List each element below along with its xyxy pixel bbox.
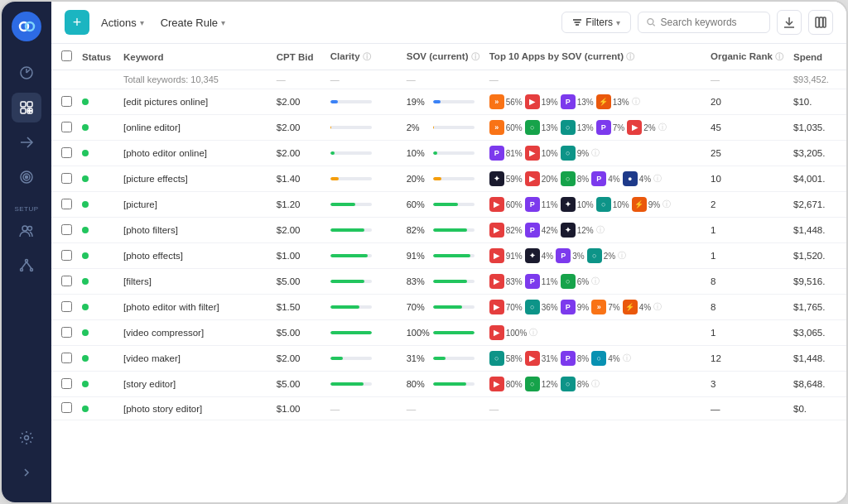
top10-apps-cell: ▶91%✦4%P3%○2%ⓘ bbox=[484, 243, 706, 269]
top10-info-icon[interactable]: ⓘ bbox=[653, 301, 662, 313]
sidebar-item-targeting[interactable] bbox=[12, 162, 41, 192]
row-checkbox[interactable] bbox=[61, 147, 72, 158]
row-checkbox[interactable] bbox=[61, 378, 72, 389]
top10-info-icon[interactable]: ⓘ bbox=[632, 96, 640, 108]
col-header-sov: SOV (current) ⓘ bbox=[402, 44, 484, 70]
app-chip: ▶60% bbox=[489, 197, 523, 212]
filters-label: Filters bbox=[585, 17, 613, 28]
app-chip: »7% bbox=[591, 300, 619, 314]
row-checkbox[interactable] bbox=[61, 402, 72, 413]
app-logo[interactable] bbox=[12, 12, 41, 41]
top10-info-icon[interactable]: ⓘ bbox=[618, 250, 626, 262]
columns-button[interactable] bbox=[808, 10, 833, 35]
organic-rank-cell: 45 bbox=[706, 115, 788, 141]
spend-cell: $4,001. bbox=[788, 166, 846, 192]
clarity-cell: — bbox=[325, 397, 402, 420]
app-icon: » bbox=[591, 300, 606, 314]
app-chip: ○10% bbox=[596, 197, 629, 212]
app-chip: ▶20% bbox=[525, 171, 558, 186]
app-icon: ▶ bbox=[489, 325, 504, 340]
row-checkbox[interactable] bbox=[61, 353, 72, 363]
status-dot bbox=[82, 175, 89, 182]
row-checkbox[interactable] bbox=[61, 301, 72, 312]
add-button[interactable]: + bbox=[65, 10, 89, 35]
row-checkbox[interactable] bbox=[61, 122, 72, 132]
sidebar-item-users[interactable] bbox=[12, 216, 41, 246]
app-chip: ▶82% bbox=[489, 223, 523, 238]
col-header-cpt: CPT Bid bbox=[272, 44, 325, 70]
app-chip: ⚡13% bbox=[596, 94, 629, 109]
col-header-clarity: Clarity ⓘ bbox=[325, 44, 402, 70]
status-dot bbox=[82, 381, 89, 387]
sov-cell: 19% bbox=[402, 89, 484, 115]
top10-info-icon[interactable]: ⓘ bbox=[653, 173, 662, 185]
app-chip: ●4% bbox=[623, 171, 651, 186]
top10-info-icon[interactable]: ⓘ bbox=[662, 199, 671, 210]
row-checkbox[interactable] bbox=[61, 327, 72, 338]
top10-apps-cell: ▶100%ⓘ bbox=[484, 320, 706, 346]
app-chip: ✦12% bbox=[561, 223, 594, 238]
sov-cell: 100% bbox=[402, 320, 484, 346]
organic-rank-cell: 10 bbox=[706, 166, 788, 192]
status-dot bbox=[82, 227, 89, 233]
row-checkbox[interactable] bbox=[61, 276, 72, 286]
app-chip: ▶2% bbox=[627, 120, 655, 135]
row-checkbox[interactable] bbox=[61, 250, 72, 261]
keywords-table-area[interactable]: Status Keyword CPT Bid Clarity ⓘ SOV (cu… bbox=[51, 44, 846, 502]
organic-rank-cell: 1 bbox=[706, 320, 788, 346]
status-dot bbox=[82, 252, 89, 259]
table-row: [photo effects]$1.0091%▶91%✦4%P3%○2%ⓘ1$1… bbox=[51, 243, 846, 269]
sov-cell: 82% bbox=[402, 218, 484, 243]
app-icon: ○ bbox=[561, 274, 576, 289]
spend-cell: $2,671. bbox=[788, 192, 846, 218]
top10-info-icon[interactable]: ⓘ bbox=[591, 276, 600, 287]
keyword-cell: [video compressor] bbox=[118, 320, 272, 346]
row-checkbox[interactable] bbox=[61, 199, 72, 209]
top10-info-icon[interactable]: ⓘ bbox=[529, 327, 537, 338]
sov-cell: 70% bbox=[402, 295, 484, 320]
sidebar-item-settings[interactable] bbox=[12, 423, 41, 453]
top10-info-icon[interactable]: ⓘ bbox=[591, 378, 600, 390]
keyword-cell: [photo editor with filter] bbox=[118, 295, 272, 320]
cpt-bid-cell: $1.00 bbox=[272, 243, 325, 269]
top10-apps-cell: »56%▶19%P13%⚡13%ⓘ bbox=[484, 89, 706, 115]
clarity-cell bbox=[325, 269, 402, 295]
col-header-status: Status bbox=[77, 44, 118, 70]
sidebar-item-send[interactable] bbox=[12, 127, 41, 157]
columns-icon bbox=[815, 17, 826, 28]
app-chip: ▶31% bbox=[525, 351, 558, 366]
app-chip: P13% bbox=[561, 94, 594, 109]
top10-apps-cell: »60%○13%○13%P7%▶2%ⓘ bbox=[484, 115, 706, 141]
cpt-bid-cell: $1.00 bbox=[272, 397, 325, 420]
select-all-checkbox[interactable] bbox=[61, 50, 72, 61]
top10-info-icon[interactable]: ⓘ bbox=[658, 122, 667, 133]
create-rule-dropdown[interactable]: Create Rule ▾ bbox=[156, 13, 230, 32]
organic-rank-cell: 20 bbox=[706, 89, 788, 115]
search-input[interactable] bbox=[661, 17, 761, 28]
keyword-cell: [story editor] bbox=[118, 372, 272, 397]
sidebar-item-dashboard[interactable] bbox=[12, 58, 41, 88]
svg-rect-32 bbox=[823, 17, 826, 27]
cpt-bid-cell: $1.40 bbox=[272, 166, 325, 192]
svg-rect-7 bbox=[21, 108, 26, 113]
svg-point-15 bbox=[22, 226, 27, 231]
top10-info-icon[interactable]: ⓘ bbox=[596, 224, 605, 236]
row-checkbox[interactable] bbox=[61, 96, 72, 107]
main-content: + Actions ▾ Create Rule ▾ Filters ▾ bbox=[51, 2, 846, 502]
top10-info-icon[interactable]: ⓘ bbox=[591, 147, 600, 159]
app-icon: ○ bbox=[561, 377, 576, 391]
row-checkbox[interactable] bbox=[61, 224, 72, 235]
cpt-bid-cell: $2.00 bbox=[272, 346, 325, 372]
filters-button[interactable]: Filters ▾ bbox=[561, 12, 631, 33]
organic-rank-cell: 12 bbox=[706, 346, 788, 372]
row-checkbox[interactable] bbox=[61, 173, 72, 184]
sidebar-expand-button[interactable] bbox=[12, 458, 41, 487]
actions-dropdown[interactable]: Actions ▾ bbox=[96, 13, 149, 32]
top10-info-icon[interactable]: ⓘ bbox=[623, 353, 631, 364]
download-button[interactable] bbox=[777, 10, 802, 35]
sidebar-item-campaigns[interactable] bbox=[12, 93, 41, 122]
sov-cell: 91% bbox=[402, 243, 484, 269]
cpt-bid-cell: $2.00 bbox=[272, 141, 325, 166]
app-icon: P bbox=[561, 94, 576, 109]
sidebar-item-structure[interactable] bbox=[12, 251, 41, 281]
